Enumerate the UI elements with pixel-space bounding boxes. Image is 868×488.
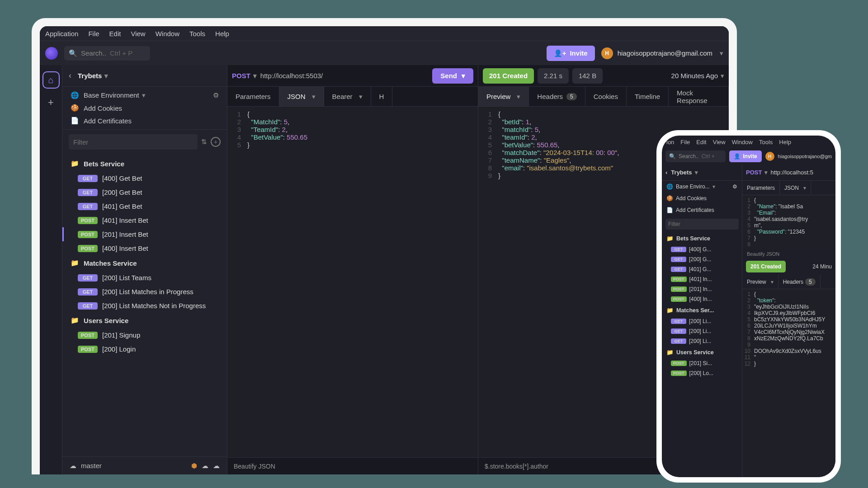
- phone-tab-params[interactable]: Parameters: [742, 181, 780, 195]
- folder[interactable]: 📁Matches Ser...: [662, 304, 742, 316]
- http-method-dropdown[interactable]: POST: [232, 72, 257, 80]
- global-search[interactable]: 🔍 Search.. Ctrl + P: [64, 46, 150, 61]
- phone-tab-headers[interactable]: Headers 5: [778, 275, 821, 289]
- jsonpath-input[interactable]: $.store.books[*].author: [485, 463, 548, 470]
- folder[interactable]: 📁Users Service: [662, 346, 742, 358]
- phone-workspace-dropdown[interactable]: Trybets: [671, 169, 698, 176]
- new-workspace-button[interactable]: +: [48, 97, 54, 108]
- menu-item[interactable]: Tools: [189, 30, 205, 38]
- phone-method-dropdown[interactable]: POST: [746, 169, 768, 176]
- box-icon[interactable]: ⬢: [191, 462, 197, 470]
- request-item[interactable]: GET[400] G...: [662, 244, 742, 254]
- folder[interactable]: 📁Bets Service: [62, 156, 227, 171]
- add-certs-button[interactable]: 📄 Add Certificates: [71, 117, 219, 125]
- phone-add-certs[interactable]: 📄Add Certificates: [662, 204, 742, 216]
- request-item[interactable]: POST[201] In...: [662, 284, 742, 294]
- account-menu[interactable]: H hiagoisoppotrajano@gmail.com: [601, 47, 723, 59]
- gear-icon[interactable]: ⚙: [213, 91, 219, 99]
- menu-item[interactable]: Application: [45, 30, 78, 38]
- tab-body-json[interactable]: JSON: [279, 87, 324, 106]
- request-item[interactable]: POST[401] Insert Bet: [62, 213, 227, 227]
- phone-tab-json[interactable]: JSON: [780, 181, 811, 195]
- phone-invite-label: Invite: [743, 153, 757, 160]
- history-dropdown[interactable]: 20 Minutes Ago: [671, 72, 724, 80]
- phone-add-cookies[interactable]: 🍪Add Cookies: [662, 192, 742, 204]
- phone-invite-button[interactable]: 👤 Invite: [729, 150, 761, 162]
- tab-auth-bearer[interactable]: Bearer: [324, 87, 371, 106]
- request-item[interactable]: POST[201] Signup: [62, 328, 227, 342]
- url-input[interactable]: http://localhost:5503/: [260, 72, 429, 80]
- request-item[interactable]: GET[200] List Teams: [62, 271, 227, 285]
- invite-button[interactable]: 👤+ Invite: [547, 46, 595, 61]
- phone-back-button[interactable]: ‹: [665, 169, 667, 176]
- add-cookies-button[interactable]: 🍪 Add Cookies: [71, 104, 219, 112]
- request-item[interactable]: GET[200] Li...: [662, 326, 742, 336]
- tab-mock-response[interactable]: Mock Response: [669, 87, 729, 106]
- phone-avatar-icon[interactable]: H: [765, 152, 774, 161]
- folder[interactable]: 📁Users Service: [62, 313, 227, 328]
- phone-menu-item[interactable]: Edit: [696, 139, 706, 145]
- menu-item[interactable]: Edit: [109, 30, 121, 38]
- request-body-editor[interactable]: 1{2 "MatchId": 5,3 "TeamId": 2,4 "BetVal…: [227, 107, 478, 457]
- request-item[interactable]: POST[401] In...: [662, 274, 742, 284]
- tab-timeline[interactable]: Timeline: [627, 87, 669, 106]
- git-branch[interactable]: master: [81, 462, 102, 469]
- phone-history[interactable]: 24 Minu: [812, 263, 832, 270]
- request-item[interactable]: POST[400] In...: [662, 294, 742, 304]
- request-item[interactable]: GET[200] Li...: [662, 336, 742, 346]
- request-item[interactable]: GET[200] Li...: [662, 316, 742, 326]
- request-item[interactable]: GET[400] Get Bet: [62, 171, 227, 185]
- request-item[interactable]: GET[200] List Matches in Progress: [62, 285, 227, 299]
- folder[interactable]: 📁Matches Service: [62, 255, 227, 271]
- workspace-dropdown[interactable]: Trybets: [78, 72, 108, 80]
- request-item[interactable]: GET[200] Get Bet: [62, 185, 227, 199]
- folder[interactable]: 📁Bets Service: [662, 232, 742, 244]
- chevron-down-icon[interactable]: ▾: [462, 72, 465, 80]
- phone-beautify-button[interactable]: Beautify JSON: [742, 249, 835, 258]
- phone-tab-preview[interactable]: Preview: [742, 275, 778, 289]
- gear-icon[interactable]: ⚙: [732, 183, 737, 190]
- home-button[interactable]: ⌂: [42, 71, 60, 89]
- request-item[interactable]: POST[200] Login: [62, 342, 227, 356]
- menu-item[interactable]: Window: [156, 30, 179, 38]
- phone-filter-input[interactable]: [665, 219, 739, 230]
- cloud-up-icon[interactable]: ☁: [202, 462, 208, 470]
- phone-menu-item[interactable]: ion: [666, 139, 674, 145]
- menu-item[interactable]: Help: [215, 30, 229, 38]
- tab-parameters[interactable]: Parameters: [227, 87, 279, 106]
- invite-label: Invite: [570, 49, 587, 57]
- request-item[interactable]: GET[200] List Matches Not in Progress: [62, 299, 227, 313]
- phone-menu-item[interactable]: View: [713, 139, 726, 145]
- tab-cookies[interactable]: Cookies: [585, 87, 627, 106]
- request-item[interactable]: GET[401] Get Bet: [62, 199, 227, 213]
- filter-input[interactable]: [69, 134, 198, 150]
- send-button[interactable]: Send ▾: [432, 68, 473, 84]
- phone-request-body[interactable]: 1{2 "Name": "Isabel Sa3 "Email":4"isabel…: [742, 195, 835, 249]
- tab-headers-trunc[interactable]: H: [371, 87, 393, 106]
- phone-menu-item[interactable]: Help: [779, 139, 791, 145]
- phone-search[interactable]: 🔍 Search.. Ctrl +: [665, 150, 726, 162]
- phone-env-dropdown[interactable]: 🌐 Base Enviro... ⚙: [662, 181, 742, 192]
- back-button[interactable]: ‹: [69, 71, 71, 80]
- tab-resp-headers[interactable]: Headers 5: [529, 87, 585, 106]
- environment-dropdown[interactable]: 🌐 Base Environment ⚙: [71, 91, 219, 99]
- add-request-button[interactable]: +: [211, 137, 221, 147]
- phone-user-email: hiagoisoppotrajano@gm: [778, 154, 832, 159]
- menu-item[interactable]: File: [88, 30, 99, 38]
- phone-frame: ionFileEditViewWindowToolsHelp 🔍 Search.…: [656, 130, 841, 483]
- beautify-json-button[interactable]: Beautify JSON: [234, 463, 275, 470]
- phone-menu-item[interactable]: Window: [732, 139, 753, 145]
- sort-icon[interactable]: ⇅: [201, 138, 207, 146]
- request-item[interactable]: GET[401] G...: [662, 264, 742, 274]
- phone-menu-item[interactable]: File: [680, 139, 690, 145]
- request-item[interactable]: POST[201] Si...: [662, 358, 742, 368]
- request-item[interactable]: POST[200] Lo...: [662, 368, 742, 378]
- phone-url-input[interactable]: http://localhost:5: [770, 169, 813, 176]
- phone-menu-item[interactable]: Tools: [759, 139, 773, 145]
- request-item[interactable]: POST[400] Insert Bet: [62, 241, 227, 255]
- tab-preview[interactable]: Preview: [478, 87, 529, 106]
- menu-item[interactable]: View: [131, 30, 145, 38]
- cloud-down-icon[interactable]: ☁: [213, 462, 220, 470]
- request-item[interactable]: GET[200] G...: [662, 254, 742, 264]
- request-item[interactable]: POST[201] Insert Bet: [62, 227, 227, 241]
